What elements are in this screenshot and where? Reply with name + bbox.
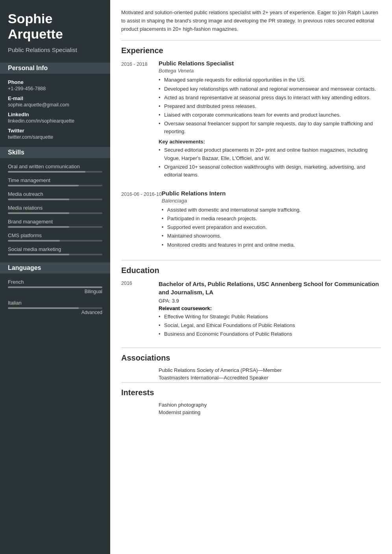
edu-gpa: GPA: 3.9 (159, 298, 381, 304)
language-item: Italian Advanced (8, 300, 102, 315)
skills-list: Oral and written communication Time mana… (8, 164, 102, 255)
skill-bar-bg (8, 240, 102, 242)
skill-bar-bg (8, 226, 102, 228)
associations-list: Public Relations Society of America (PRS… (121, 367, 381, 381)
language-item: French Bilingual (8, 279, 102, 294)
skill-name: Social media marketing (8, 246, 102, 252)
phone-label: Phone (8, 79, 102, 85)
skill-bar-bg (8, 212, 102, 214)
bullet-item: Assisted with domestic and international… (162, 206, 381, 214)
candidate-title: Public Relations Specialist (8, 46, 102, 54)
bullet-item: Liaised with corporate communications te… (159, 111, 381, 119)
coursework-item: Social, Legal, and Ethical Foundations o… (159, 322, 381, 329)
language-bar-bg (8, 307, 102, 309)
coursework-item: Business and Economic Foundations of Pub… (159, 330, 381, 338)
skill-name: CMS platforms (8, 232, 102, 238)
twitter-value: twitter.com/sarquette (8, 134, 102, 140)
skill-bar-fill (8, 212, 69, 214)
exp-content: Public Relations Specialist Bottega Vene… (159, 60, 381, 182)
skill-name: Media relations (8, 205, 102, 211)
company-name: Balenciaga (162, 198, 381, 204)
language-level: Bilingual (8, 289, 102, 294)
education-block: 2016 Bachelor of Arts, Public Relations,… (121, 280, 381, 341)
email-value: sophie.arquette@gmail.com (8, 102, 102, 108)
main-content: Motivated and solution-oriented public r… (110, 0, 392, 554)
bullet-item: Oversaw seasonal freelancer support for … (159, 120, 381, 136)
language-bar-fill (8, 307, 79, 309)
interests-section-title: Interests (121, 388, 381, 397)
edu-content: Bachelor of Arts, Public Relations, USC … (159, 280, 381, 341)
bullets-list: Assisted with domestic and international… (162, 206, 381, 249)
bullet-item: Participated in media research projects. (162, 215, 381, 223)
relevant-coursework-label: Relevant coursework: (159, 305, 381, 311)
edu-date: 2016 (121, 280, 159, 341)
language-level: Advanced (8, 310, 102, 315)
bullet-item: Maintained showrooms. (162, 232, 381, 240)
skill-bar-fill (8, 240, 60, 242)
phone-value: +1-299-456-7888 (8, 86, 102, 91)
exp-date: 2016-06 - 2016-10 (121, 190, 162, 252)
bullet-item: Supported event preparation and executio… (162, 223, 381, 231)
bullets-list: Managed sample requests for editorial op… (159, 76, 381, 136)
bullet-item: Developed key relationships with nationa… (159, 85, 381, 93)
skill-bar-bg (8, 254, 102, 255)
association-text: Toastmasters International—Accredited Sp… (159, 375, 268, 381)
skill-item: Brand management (8, 219, 102, 228)
divider-interests (121, 382, 381, 383)
assoc-spacer (121, 367, 159, 373)
associations-section-title: Associations (121, 353, 381, 363)
candidate-name: SophieArquette (8, 11, 102, 42)
achievements-list: Secured editorial product placements in … (159, 146, 381, 179)
experience-block: 2016 - 2018 Public Relations Specialist … (121, 60, 381, 182)
exp-content: Public Relations Intern Balenciaga Assis… (162, 190, 381, 252)
skills-header: Skills (0, 147, 110, 158)
company-name: Bottega Veneta (159, 68, 381, 74)
bullet-item: Managed sample requests for editorial op… (159, 76, 381, 84)
association-item: Toastmasters International—Accredited Sp… (121, 375, 381, 381)
experience-block: 2016-06 - 2016-10 Public Relations Inter… (121, 190, 381, 252)
language-bar-bg (8, 286, 102, 288)
education-list: 2016 Bachelor of Arts, Public Relations,… (121, 280, 381, 341)
email-label: E-mail (8, 95, 102, 101)
divider-education (121, 260, 381, 260)
skill-item: Social media marketing (8, 246, 102, 255)
interest-text: Fashion photography (159, 402, 207, 408)
bullet-item: Monitored credits and features in print … (162, 241, 381, 249)
job-title: Public Relations Intern (162, 190, 381, 197)
languages-list: French Bilingual Italian Advanced (8, 279, 102, 315)
linkedin-label: LinkedIn (8, 112, 102, 117)
skill-item: Media outreach (8, 191, 102, 200)
language-bar-fill (8, 286, 102, 288)
key-achievements-label: Key achievements: (159, 139, 381, 145)
association-item: Public Relations Society of America (PRS… (121, 367, 381, 373)
experience-section-title: Experience (121, 46, 381, 55)
language-name: French (8, 279, 102, 285)
skill-bar-fill (8, 226, 69, 228)
skill-bar-bg (8, 171, 102, 173)
linkedin-value: linkedin.com/in/sophiearquette (8, 118, 102, 124)
skill-name: Time management (8, 177, 102, 183)
skill-name: Oral and written communication (8, 164, 102, 169)
sidebar: SophieArquette Public Relations Speciali… (0, 0, 110, 554)
assoc-spacer (121, 375, 159, 381)
experience-list: 2016 - 2018 Public Relations Specialist … (121, 60, 381, 252)
twitter-label: Twitter (8, 128, 102, 134)
personal-info-header: Personal Info (0, 63, 110, 74)
job-title: Public Relations Specialist (159, 60, 381, 67)
association-text: Public Relations Society of America (PRS… (159, 367, 282, 373)
languages-header: Languages (0, 262, 110, 273)
skill-name: Media outreach (8, 191, 102, 197)
skill-bar-bg (8, 199, 102, 200)
interest-spacer (121, 409, 159, 415)
language-name: Italian (8, 300, 102, 306)
interests-list: Fashion photography Modernist painting (121, 402, 381, 415)
exp-date: 2016 - 2018 (121, 60, 159, 182)
divider-associations (121, 348, 381, 348)
skill-bar-fill (8, 199, 69, 200)
interest-text: Modernist painting (159, 409, 200, 415)
skill-bar-fill (8, 254, 69, 255)
interest-spacer (121, 402, 159, 408)
interest-item: Modernist painting (121, 409, 381, 415)
skill-bar-fill (8, 185, 79, 186)
achievement-item: Organized 10+ seasonal collection walkth… (159, 163, 381, 179)
